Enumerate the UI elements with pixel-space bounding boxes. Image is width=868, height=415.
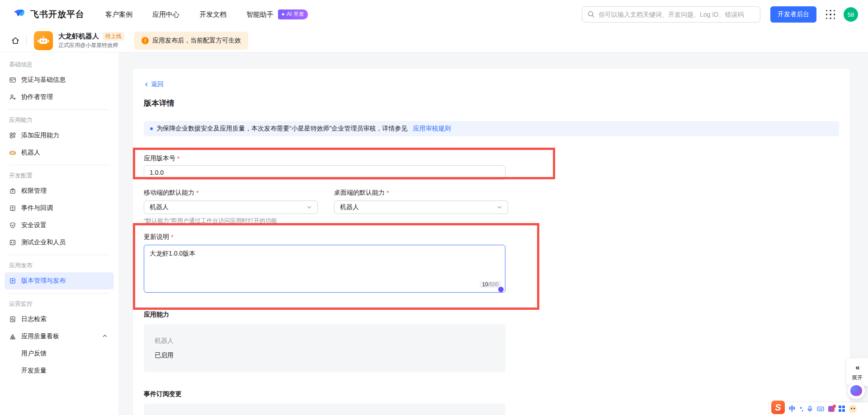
sidebar-item-add-capability[interactable]: 添加应用能力 — [5, 127, 114, 144]
app-meta: 大龙虾机器人 待上线 正式应用@小星星特效师 — [58, 32, 124, 49]
feishu-logo-icon — [14, 8, 26, 21]
sidebar-item-dev-quality[interactable]: 开发质量 — [5, 362, 114, 379]
notes-textarea[interactable]: 大龙虾1.0.0版本 — [144, 245, 505, 293]
brand-name: 飞书开放平台 — [30, 9, 85, 20]
sidebar-group-basic: 基础信息 — [9, 61, 118, 69]
search-input[interactable] — [582, 6, 760, 23]
notes-label: 更新说明* — [144, 233, 839, 241]
mobile-capability-select[interactable]: 机器人 — [144, 201, 318, 214]
event-summary-box: 订阅方式 — [144, 404, 505, 415]
topnav-right: 开发者后台 58 — [582, 6, 858, 23]
desktop-capability-select[interactable]: 机器人 — [334, 201, 508, 214]
toolbox-grid-icon[interactable] — [839, 406, 845, 412]
bar-chart-icon — [9, 333, 16, 340]
ai-dev-badge[interactable]: ✦ AI 开发 — [278, 9, 308, 19]
shield-check-icon — [9, 222, 16, 229]
nav-links: 客户案例 应用中心 开发文档 智能助手 ✦ AI 开发 — [105, 9, 308, 19]
punctuation-icon[interactable]: °, — [800, 406, 803, 412]
required-mark: * — [387, 189, 389, 196]
assistant-face-icon[interactable] — [849, 405, 857, 413]
desktop-capability-field: 桌面端的默认能力* 机器人 — [334, 189, 508, 214]
back-link[interactable]: 返回 — [144, 80, 164, 89]
nav-item-appcenter[interactable]: 应用中心 — [152, 10, 179, 19]
top-navbar: 飞书开放平台 客户案例 应用中心 开发文档 智能助手 ✦ AI 开发 开发者后台… — [0, 0, 868, 29]
capability-name: 机器人 — [155, 337, 495, 345]
sidebar-item-log-search[interactable]: 日志检索 — [5, 311, 114, 328]
status-badge: 待上线 — [103, 32, 124, 41]
mobile-capability-field: 移动端的默认能力* 机器人 — [144, 189, 318, 214]
notice-text: 应用发布后，当前配置方可生效 — [152, 37, 241, 45]
skin-icon[interactable] — [828, 406, 835, 412]
bullet-dot-icon — [150, 127, 153, 130]
chevron-down-icon — [497, 205, 502, 210]
sidebar-item-quality-dashboard[interactable]: 应用质量看板 — [5, 328, 114, 345]
avatar[interactable]: 58 — [844, 7, 858, 22]
review-rules-link[interactable]: 应用审核规则 — [413, 125, 451, 133]
warning-icon: ! — [142, 37, 149, 44]
sparkle-icon: ✦ — [281, 11, 285, 18]
sidebar-group-devconfig: 开发配置 — [9, 172, 118, 180]
divider — [9, 165, 109, 165]
sidebar-item-permissions[interactable]: 权限管理 — [5, 182, 114, 200]
sidebar-item-test-org[interactable]: 测试企业和人员 — [5, 234, 114, 251]
developer-console-button[interactable]: 开发者后台 — [770, 6, 816, 23]
required-mark: * — [171, 233, 173, 241]
app-header-bar: 大龙虾机器人 待上线 正式应用@小星星特效师 ! 应用发布后，当前配置方可生效 — [0, 29, 868, 52]
nav-item-docs[interactable]: 开发文档 — [199, 10, 226, 19]
default-capability-hint: “默认能力”即用户通过工作台访问应用时打开的功能 — [144, 217, 839, 225]
notes-field: 大龙虾1.0.0版本 10/500 — [144, 245, 505, 293]
sidebar-item-credentials[interactable]: 凭证与基础信息 — [5, 71, 114, 89]
ime-taskbar: S 中 °, — [769, 402, 868, 415]
sidebar-item-security[interactable]: 安全设置 — [5, 217, 114, 234]
sidebar-item-collaborators[interactable]: 协作者管理 — [5, 89, 114, 106]
robot-icon — [9, 149, 16, 156]
ime-mode-toggle[interactable]: 中 — [789, 405, 796, 413]
divider — [9, 293, 109, 294]
event-section-title: 事件订阅变更 — [144, 390, 839, 398]
id-card-icon — [9, 76, 16, 84]
version-label: 应用版本号* — [144, 154, 839, 163]
review-info-banner: 为保障企业数据安全及应用质量，本次发布需要“小星星特效师”企业管理员审核，详情参… — [144, 121, 839, 136]
sidebar-item-bot[interactable]: 机器人 — [5, 144, 114, 161]
person-add-icon — [9, 93, 16, 101]
ai-brain-button[interactable] — [848, 382, 865, 399]
sidebar-item-version-release[interactable]: 版本管理与发布 — [5, 272, 114, 289]
apps-grid-icon[interactable] — [826, 9, 835, 19]
page-title: 版本详情 — [144, 98, 839, 108]
sogou-logo-icon[interactable]: S — [771, 401, 785, 414]
capability-status: 已启用 — [155, 351, 495, 359]
chevron-up-icon[interactable] — [102, 333, 108, 340]
required-mark: * — [196, 189, 198, 196]
sidebar-item-events[interactable]: 事件与回调 — [5, 200, 114, 217]
desktop-capability-label: 桌面端的默认能力* — [334, 189, 508, 197]
search-box — [582, 6, 760, 23]
mobile-capability-label: 移动端的默认能力* — [144, 189, 318, 197]
brand[interactable]: 飞书开放平台 — [14, 8, 85, 21]
chevron-down-icon — [307, 205, 312, 210]
keyboard-icon[interactable] — [817, 406, 824, 412]
version-detail-card: 返回 版本详情 为保障企业数据安全及应用质量，本次发布需要“小星星特效师”企业管… — [133, 69, 850, 415]
briefcase-lock-icon — [9, 187, 16, 195]
divider — [9, 255, 109, 255]
nav-item-cases[interactable]: 客户案例 — [105, 10, 132, 19]
double-chevron-left-icon: « — [855, 363, 859, 372]
version-input[interactable] — [144, 165, 505, 180]
home-icon[interactable] — [11, 36, 20, 45]
required-mark: * — [177, 155, 179, 162]
chevron-left-icon — [144, 82, 149, 87]
divider — [26, 35, 27, 46]
divider — [9, 109, 109, 110]
app-avatar — [34, 31, 53, 50]
sidebar-item-user-feedback[interactable]: 用户反馈 — [5, 345, 114, 362]
code-icon — [9, 239, 16, 246]
capability-summary-box: 机器人 已启用 — [144, 324, 505, 372]
sidebar-group-release: 应用发布 — [9, 261, 118, 270]
app-name: 大龙虾机器人 — [58, 32, 99, 41]
sidebar: 基础信息 凭证与基础信息 协作者管理 应用能力 添加应用能力 机器人 开发配置 — [0, 52, 118, 415]
log-search-icon — [9, 316, 16, 323]
plus-square-icon — [9, 205, 16, 212]
expand-label: 展开 — [852, 374, 863, 382]
nav-item-assistant[interactable]: 智能助手 — [246, 10, 274, 19]
publish-icon — [9, 277, 16, 284]
microphone-icon[interactable] — [807, 406, 813, 412]
